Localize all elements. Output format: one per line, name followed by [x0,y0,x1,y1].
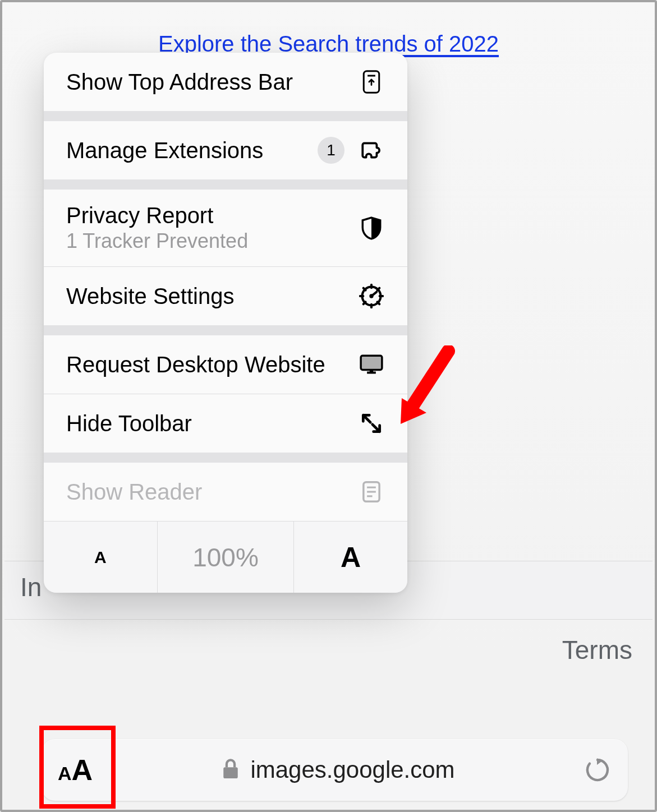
annotation-highlight-box [39,726,116,809]
menu-show-reader: Show Reader [44,463,407,521]
address-field[interactable]: images.google.com [109,756,567,783]
menu-manage-extensions[interactable]: Manage Extensions 1 [44,121,407,179]
text-size-row: A 100% A [44,521,407,593]
svg-line-11 [377,288,379,290]
menu-item-label: Privacy Report [66,203,248,228]
svg-rect-16 [370,370,373,372]
lock-icon [221,758,240,782]
menu-item-label: Website Settings [66,284,234,309]
menu-hide-toolbar[interactable]: Hide Toolbar [44,394,407,453]
footer-terms-link[interactable]: Terms [562,635,632,665]
shield-icon [358,215,385,242]
menu-website-settings[interactable]: Website Settings [44,267,407,325]
reader-icon [358,478,385,505]
extension-count-badge: 1 [318,137,344,164]
menu-request-desktop-website[interactable]: Request Desktop Website [44,335,407,394]
menu-item-label: Manage Extensions [66,138,263,163]
text-size-percent[interactable]: 100% [158,522,294,593]
svg-rect-0 [224,767,238,778]
address-bar[interactable]: AA images.google.com [42,739,628,801]
footer-left-label: In [20,572,42,602]
menu-item-label: Show Top Address Bar [66,70,293,95]
puzzle-icon [358,137,385,164]
desktop-icon [358,351,385,378]
reload-icon [584,756,611,783]
expand-arrows-icon [358,410,385,437]
svg-line-10 [364,302,366,304]
reload-button[interactable] [567,739,628,801]
menu-item-label: Hide Toolbar [66,411,192,436]
address-bar-top-icon [358,68,385,95]
text-size-smaller[interactable]: A [44,522,158,593]
svg-rect-14 [361,356,382,370]
menu-item-label: Request Desktop Website [66,352,325,377]
privacy-subtitle: 1 Tracker Prevented [66,229,248,253]
svg-point-13 [369,294,373,298]
svg-line-9 [377,302,379,304]
menu-item-label: Show Reader [66,479,202,505]
gear-icon [358,283,385,310]
text-size-larger[interactable]: A [294,522,407,593]
menu-privacy-report[interactable]: Privacy Report 1 Tracker Prevented [44,190,407,266]
menu-show-top-address-bar[interactable]: Show Top Address Bar [44,53,407,111]
svg-line-8 [364,288,366,290]
address-domain: images.google.com [250,756,454,783]
page-settings-menu: Show Top Address Bar Manage Extensions 1 [44,53,407,593]
